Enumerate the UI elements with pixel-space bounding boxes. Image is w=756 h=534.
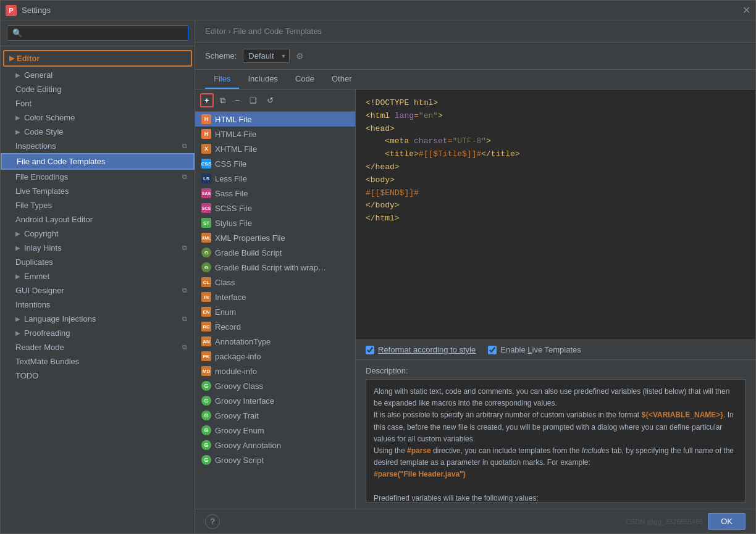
- scheme-select[interactable]: Default: [243, 49, 290, 63]
- reformat-checkbox[interactable]: [366, 346, 374, 354]
- reset-template-button[interactable]: ↺: [263, 93, 277, 107]
- sidebar-item-color-scheme[interactable]: ▶ Color Scheme: [1, 111, 195, 125]
- module-file-icon: MD: [201, 366, 211, 376]
- sidebar-item-reader-mode[interactable]: Reader Mode ⧉: [1, 340, 195, 354]
- sidebar-item-live-templates[interactable]: Live Templates: [1, 184, 195, 198]
- code-line-4: <meta charset="UTF-8">: [366, 135, 746, 148]
- file-item-xml-properties[interactable]: XML XML Properties File: [195, 230, 355, 245]
- code-line-2: <html lang="en">: [366, 110, 746, 123]
- code-editor[interactable]: <!DOCTYPE html> <html lang="en"> <head> …: [356, 90, 755, 340]
- file-item-html4-file[interactable]: H HTML4 File: [195, 127, 355, 141]
- file-item-interface[interactable]: IN Interface: [195, 290, 355, 304]
- sidebar-item-live-templates-label: Live Templates: [15, 186, 69, 196]
- file-item-groovy-class[interactable]: G Groovy Class: [195, 378, 355, 393]
- emmet-arrow: ▶: [15, 273, 20, 280]
- live-templates-checkbox[interactable]: [488, 346, 497, 354]
- file-item-stylus-file[interactable]: ST Stylus File: [195, 215, 355, 230]
- file-item-enum[interactable]: EN Enum: [195, 304, 355, 319]
- live-templates-option[interactable]: Enable Live Templates: [488, 345, 581, 354]
- window-title: Settings: [22, 6, 742, 15]
- tab-includes[interactable]: Includes: [239, 70, 286, 89]
- duplicate-template-button[interactable]: ❑: [246, 93, 261, 107]
- file-item-gradle-build[interactable]: G Gradle Build Script: [195, 245, 355, 260]
- sidebar-item-code-style[interactable]: ▶ Code Style: [1, 125, 195, 139]
- file-item-groovy-enum[interactable]: G Groovy Enum: [195, 423, 355, 438]
- tab-other[interactable]: Other: [323, 70, 361, 89]
- sidebar-item-intentions[interactable]: Intentions: [1, 298, 195, 312]
- tab-code[interactable]: Code: [287, 70, 323, 89]
- reformat-option[interactable]: Reformat according to style: [366, 345, 476, 354]
- search-box: [1, 20, 195, 46]
- ok-button[interactable]: OK: [708, 513, 746, 530]
- html-file-icon: H: [201, 114, 211, 124]
- interface-file-icon: IN: [201, 292, 211, 302]
- sidebar-item-font[interactable]: Font: [1, 96, 195, 111]
- sidebar-item-language-injections[interactable]: ▶ Language Injections ⧉: [1, 312, 195, 326]
- file-item-groovy-interface[interactable]: G Groovy Interface: [195, 393, 355, 408]
- sidebar-item-editor[interactable]: ▶ Editor: [3, 50, 192, 67]
- file-item-groovy-annotation[interactable]: G Groovy Annotation: [195, 438, 355, 453]
- code-line-9: </body>: [366, 199, 746, 212]
- sidebar-item-inlay-hints[interactable]: ▶ Inlay Hints ⧉: [1, 241, 195, 255]
- sidebar: ▶ Editor ▶ General Code Editing Font ▶ C…: [1, 20, 195, 533]
- remove-template-button[interactable]: −: [232, 93, 244, 107]
- file-item-groovy-trait[interactable]: G Groovy Trait: [195, 408, 355, 423]
- close-button[interactable]: ✕: [742, 4, 750, 16]
- sidebar-item-gui-designer[interactable]: GUI Designer ⧉: [1, 283, 195, 298]
- sidebar-item-textmate-bundles[interactable]: TextMate Bundles: [1, 354, 195, 369]
- html4-file-icon: H: [201, 129, 211, 139]
- add-template-button[interactable]: +: [200, 93, 214, 107]
- file-item-less-file[interactable]: LS Less File: [195, 171, 355, 186]
- file-item-gradle-wrap[interactable]: G Gradle Build Script with wrapp…: [195, 260, 355, 275]
- sidebar-item-proofreading[interactable]: ▶ Proofreading: [1, 326, 195, 340]
- file-list-panel: + ⧉ − ❑ ↺ H HTML File H HTML4 File: [195, 90, 356, 509]
- file-item-annotation[interactable]: AN AnnotationType: [195, 334, 355, 349]
- sidebar-item-code-editing[interactable]: Code Editing: [1, 82, 195, 96]
- description-panel: Description: Along with static text, cod…: [356, 359, 755, 509]
- code-line-10: </html>: [366, 212, 746, 225]
- file-item-package-info[interactable]: PK package-info: [195, 349, 355, 364]
- sidebar-item-copyright[interactable]: ▶ Copyright: [1, 227, 195, 241]
- proofreading-arrow: ▶: [15, 330, 20, 336]
- file-item-stylus-label: Stylus File: [215, 219, 252, 228]
- file-item-html-file[interactable]: H HTML File: [195, 112, 355, 127]
- sidebar-item-file-code-templates[interactable]: File and Code Templates: [1, 153, 195, 170]
- file-item-groovy-trait-label: Groovy Trait: [215, 411, 259, 420]
- app-icon: P: [6, 5, 17, 16]
- file-item-scss-file[interactable]: SCS SCSS File: [195, 201, 355, 215]
- xhtml-file-icon: X: [201, 144, 211, 154]
- breadcrumb-editor: Editor: [205, 27, 226, 36]
- sidebar-item-inspections[interactable]: Inspections ⧉: [1, 139, 195, 153]
- scheme-wrapper: Default: [243, 49, 290, 63]
- sidebar-item-todo[interactable]: TODO: [1, 369, 195, 383]
- file-item-groovy-script-label: Groovy Script: [215, 456, 264, 465]
- sidebar-item-general[interactable]: ▶ General: [1, 68, 195, 82]
- sidebar-item-emmet[interactable]: ▶ Emmet: [1, 269, 195, 283]
- file-item-xml-label: XML Properties File: [215, 233, 285, 243]
- file-item-groovy-script[interactable]: G Groovy Script: [195, 453, 355, 467]
- search-input[interactable]: [7, 25, 188, 41]
- sidebar-item-file-types[interactable]: File Types: [1, 198, 195, 212]
- general-arrow: ▶: [15, 72, 20, 78]
- sidebar-item-duplicates[interactable]: Duplicates: [1, 255, 195, 269]
- file-item-css-file[interactable]: CSS CSS File: [195, 156, 355, 171]
- record-file-icon: RC: [201, 322, 211, 332]
- tabs-bar: Files Includes Code Other: [195, 70, 755, 90]
- sidebar-item-file-encodings[interactable]: File Encodings ⧉: [1, 170, 195, 184]
- language-injections-arrow: ▶: [15, 315, 20, 322]
- copy-template-button[interactable]: ⧉: [216, 93, 229, 107]
- desc-para-2: It is also possible to specify an arbitr…: [374, 409, 737, 445]
- file-item-class[interactable]: CL Class: [195, 275, 355, 290]
- reformat-label: Reformat according to style: [378, 345, 476, 354]
- file-item-record[interactable]: RC Record: [195, 319, 355, 334]
- file-item-module-info[interactable]: MD module-info: [195, 364, 355, 378]
- file-list-toolbar: + ⧉ − ❑ ↺: [195, 90, 355, 112]
- file-item-sass-file[interactable]: SAS Sass File: [195, 186, 355, 201]
- code-line-8: #[[$END$]]#: [366, 187, 746, 200]
- file-item-xhtml-file[interactable]: X XHTML File: [195, 141, 355, 156]
- scheme-gear-button[interactable]: ⚙: [296, 51, 304, 61]
- sidebar-item-android-layout[interactable]: Android Layout Editor: [1, 212, 195, 227]
- help-button[interactable]: ?: [205, 514, 220, 529]
- annotation-file-icon: AN: [201, 336, 211, 346]
- tab-files[interactable]: Files: [205, 70, 239, 89]
